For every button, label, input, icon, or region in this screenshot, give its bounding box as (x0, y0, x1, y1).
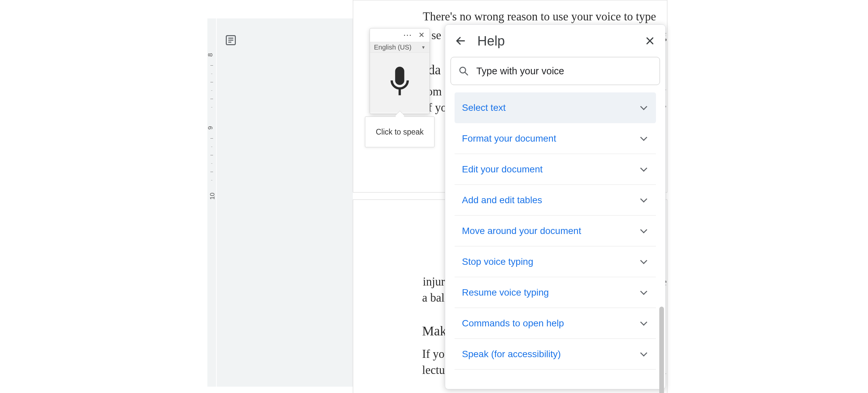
search-icon (458, 65, 469, 76)
chevron-down-icon (640, 350, 649, 359)
help-topic-format-document[interactable]: Format your document (455, 123, 656, 154)
voice-language-label: English (US) (374, 44, 411, 51)
doc-text: se (432, 27, 441, 44)
chevron-down-icon (640, 257, 649, 266)
outline-icon (225, 34, 237, 46)
help-scrollbar-thumb[interactable] (659, 307, 664, 393)
chevron-down-icon (640, 196, 649, 204)
help-topic-stop-voice-typing[interactable]: Stop voice typing (455, 246, 656, 277)
close-icon: ✕ (418, 31, 425, 39)
help-topic-resume-voice-typing[interactable]: Resume voice typing (455, 277, 656, 308)
help-panel: Help Select text Format your document (445, 24, 665, 389)
help-header: Help (445, 25, 665, 57)
ruler-label: 9 (207, 126, 214, 130)
help-topic-label: Add and edit tables (462, 195, 542, 205)
vertical-ruler: 8 9 10 (207, 19, 216, 387)
help-topic-move-around[interactable]: Move around your document (455, 216, 656, 246)
voice-tooltip: Click to speak (365, 116, 434, 147)
doc-text: lectu (422, 362, 445, 378)
doc-text: There's no wrong reason to use your voic… (423, 9, 656, 25)
voice-language-dropdown[interactable]: English (US) ▼ (370, 42, 430, 53)
help-close-button[interactable] (641, 32, 659, 50)
doc-text: a bal (422, 290, 444, 306)
help-topic-select-text[interactable]: Select text (455, 92, 656, 123)
chevron-down-icon (640, 227, 649, 235)
help-topic-add-edit-tables[interactable]: Add and edit tables (455, 185, 656, 216)
help-topic-commands-open-help[interactable]: Commands to open help (455, 308, 656, 339)
doc-text: injur (423, 274, 445, 290)
voice-more-button[interactable]: ⋯ (401, 30, 413, 40)
voice-typing-panel[interactable]: ⋯ ✕ English (US) ▼ (370, 28, 430, 114)
help-back-button[interactable] (452, 32, 469, 50)
chevron-down-icon (640, 165, 649, 174)
microphone-icon (386, 64, 413, 101)
help-topic-speak-accessibility[interactable]: Speak (for accessibility) (455, 339, 656, 370)
doc-heading-fragment: Mak (422, 322, 446, 340)
document-outline-button[interactable] (223, 33, 238, 48)
help-topic-label: Format your document (462, 133, 556, 144)
svg-line-7 (465, 72, 468, 75)
ruler-label: 10 (209, 193, 216, 199)
help-search-input[interactable] (476, 65, 652, 77)
chevron-down-icon (640, 319, 649, 328)
svg-rect-4 (395, 66, 404, 85)
chevron-down-icon (640, 104, 649, 112)
help-topic-label: Resume voice typing (462, 287, 549, 298)
voice-tooltip-text: Click to speak (376, 128, 424, 137)
doc-heading-fragment: da (428, 61, 441, 79)
dropdown-caret-icon: ▼ (421, 45, 426, 50)
chevron-down-icon (640, 288, 649, 297)
ruler-label: 8 (207, 53, 214, 57)
help-topic-label: Select text (462, 103, 506, 113)
voice-mic-button[interactable] (370, 53, 430, 113)
left-margin (217, 19, 353, 387)
help-topic-label: Edit your document (462, 164, 542, 175)
help-topic-label: Speak (for accessibility) (462, 349, 561, 360)
more-icon: ⋯ (403, 30, 412, 40)
help-topic-list: Select text Format your document Edit yo… (445, 92, 665, 389)
chevron-down-icon (640, 134, 649, 143)
arrow-left-icon (455, 35, 466, 47)
help-topic-label: Move around your document (462, 226, 581, 236)
help-topic-edit-document[interactable]: Edit your document (455, 154, 656, 185)
close-icon (645, 36, 655, 46)
help-title: Help (477, 33, 633, 49)
help-search-box[interactable] (451, 57, 660, 85)
help-topic-label: Stop voice typing (462, 256, 533, 267)
help-topic-label: Commands to open help (462, 318, 564, 329)
voice-close-button[interactable]: ✕ (415, 30, 428, 40)
